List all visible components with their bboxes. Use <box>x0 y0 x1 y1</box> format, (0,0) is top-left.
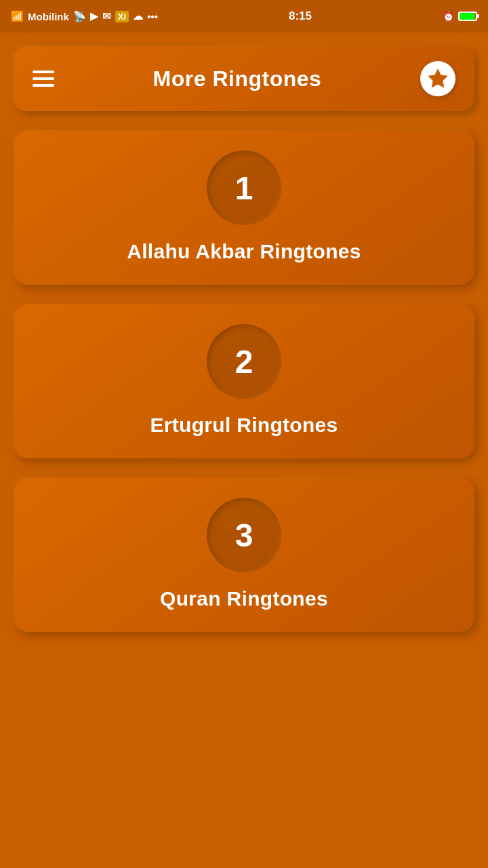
cloud-icon: ☁ <box>133 10 143 22</box>
card-label-1: Allahu Akbar Ringtones <box>127 240 361 263</box>
card-label-2: Ertugrul Ringtones <box>150 414 338 437</box>
favorites-button[interactable] <box>420 61 455 96</box>
ringtone-card-1[interactable]: 1 Allahu Akbar Ringtones <box>14 130 474 285</box>
card-number-3: 3 <box>235 517 253 554</box>
card-number-2: 2 <box>235 343 253 380</box>
wifi-icon: 📡 <box>73 10 86 22</box>
status-bar: 📶 Mobilink 📡 ▶ ✉ Xi ☁ ••• 8:15 ⏰ <box>0 0 488 33</box>
status-time: 8:15 <box>289 9 312 23</box>
status-left: 📶 Mobilink 📡 ▶ ✉ Xi ☁ ••• <box>11 10 158 22</box>
status-right: ⏰ <box>443 11 477 22</box>
app-header: More Ringtones <box>14 46 474 111</box>
menu-button[interactable] <box>33 71 54 87</box>
page-title: More Ringtones <box>153 66 322 92</box>
star-icon <box>426 67 449 90</box>
cards-container: 1 Allahu Akbar Ringtones 2 Ertugrul Ring… <box>0 111 488 651</box>
number-circle-1: 1 <box>207 151 281 225</box>
carrier-name: Mobilink <box>28 11 69 22</box>
card-number-1: 1 <box>235 170 253 207</box>
ringtone-card-3[interactable]: 3 Quran Ringtones <box>14 477 474 632</box>
card-label-3: Quran Ringtones <box>160 587 328 610</box>
more-icon: ••• <box>147 11 158 22</box>
ringtone-card-2[interactable]: 2 Ertugrul Ringtones <box>14 304 474 458</box>
number-circle-3: 3 <box>207 498 281 572</box>
battery-indicator <box>458 11 477 22</box>
xi-icon: Xi <box>115 11 129 22</box>
mail-icon: ✉ <box>102 10 111 22</box>
number-circle-2: 2 <box>207 324 281 399</box>
play-icon: ▶ <box>90 10 98 22</box>
alarm-icon: ⏰ <box>443 11 454 22</box>
signal-icon: 📶 <box>11 10 24 22</box>
